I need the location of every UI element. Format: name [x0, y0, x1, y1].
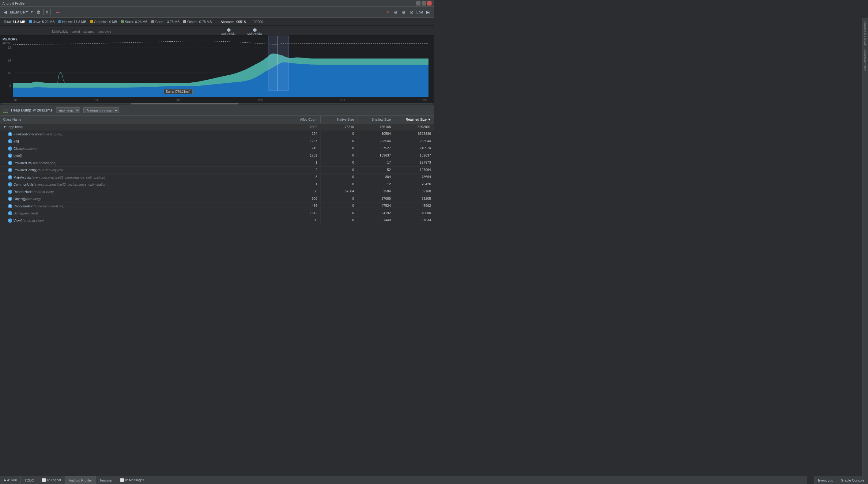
class-icon: C: [8, 132, 12, 136]
table-row[interactable]: C Class (java.lang) 245 0 37527 210974: [0, 145, 434, 152]
td-class-name: C ProviderList (sun.security.jca): [0, 159, 290, 167]
td-retained-size: 37634: [394, 217, 434, 224]
table-row[interactable]: C Object[] (java.lang) 600 0 27080 53205: [0, 195, 434, 203]
time-0s: 0s: [14, 98, 18, 102]
heap-title: Heap Dump @ 20s21ms: [11, 108, 53, 113]
td-class-name: C byte[]: [0, 152, 290, 159]
chart-svg: [13, 35, 429, 97]
title-bar-text: Android Profiler: [2, 2, 26, 5]
red-arrow-indicator: ←: [55, 8, 61, 16]
class-name-text: CommonUtils: [13, 183, 34, 186]
class-icon: C: [8, 196, 12, 201]
delete-button[interactable]: 🗑: [35, 9, 42, 15]
td-retained-size: 127973: [394, 159, 434, 167]
live-btn[interactable]: ▶|: [425, 9, 432, 15]
table-row[interactable]: C int[] 1237 0 233544 233544: [0, 138, 434, 145]
memory-dropdown-arrow[interactable]: ▼: [30, 10, 33, 14]
td-native-size: 0: [321, 130, 358, 138]
maximize-btn[interactable]: [422, 1, 426, 5]
td-retained-size: 76426: [394, 181, 434, 188]
timeline-bar: 0s 5s 10s 15s 20s 25s: [13, 97, 429, 103]
td-class-name: C Class (java.lang): [0, 145, 290, 152]
heap-icon: H: [3, 108, 8, 113]
td-shallow-size: 37527: [358, 145, 394, 152]
class-icon: C: [8, 190, 12, 194]
td-shallow-size: 47524: [358, 203, 394, 210]
table-row[interactable]: C ProviderList (sun.security.jca) 1 0 17…: [0, 159, 434, 167]
td-shallow-size: 17: [358, 159, 394, 167]
group-row-app-heap: ▼ app heap 12092 78310 785168 8292091: [0, 123, 434, 130]
table-row[interactable]: C FinalizerReference (java.lang.ref) 294…: [0, 130, 434, 138]
col-shallow-size[interactable]: Shallow Size: [358, 116, 394, 123]
td-native-size: 0: [321, 145, 358, 152]
td-alloc-count: 436: [290, 203, 321, 210]
memory-chart[interactable]: MEMORY 40 MB 32 24 16 8 0s 5s 10s 15s: [0, 35, 434, 103]
zoom-in-btn[interactable]: ⊕: [401, 9, 407, 15]
col-retained-size[interactable]: Retained Size ▼: [394, 116, 434, 123]
class-icon: C: [8, 146, 12, 151]
td-retained-size: 48902: [394, 203, 434, 210]
group-native: 78310: [321, 123, 358, 130]
td-native-size: 0: [321, 138, 358, 145]
td-alloc-count: 1237: [290, 138, 321, 145]
td-retained-size: 78664: [394, 174, 434, 181]
allocated-legend: - - Allocated: 90518: [217, 20, 246, 24]
td-retained-size: 233544: [394, 138, 434, 145]
class-name-text: String: [13, 211, 22, 215]
td-shallow-size: 12: [358, 181, 394, 188]
stack-color: [121, 20, 124, 23]
heap-select[interactable]: app heap: [56, 107, 80, 113]
title-bar: Android Profiler: [0, 0, 434, 7]
table-body: ▼ app heap 12092 78310 785168 8292091 C …: [0, 123, 434, 224]
arrange-select[interactable]: Arrange by class: [83, 107, 119, 113]
activity-marker-2: MainActivity: [247, 29, 262, 35]
marker-label-1: MainActivi...: [221, 32, 237, 35]
zoom-out-btn[interactable]: ⊖: [393, 9, 399, 15]
y-label-8: 8: [1, 84, 11, 88]
td-native-size: 0: [321, 174, 358, 181]
td-alloc-count: 3: [290, 174, 321, 181]
td-class-name: C Configuration (android.content.res): [0, 203, 290, 210]
td-shallow-size: 10584: [358, 130, 394, 138]
table-row[interactable]: C String (java.lang) 1512 0 24192 40680: [0, 210, 434, 217]
td-native-size: 0: [321, 159, 358, 167]
td-class-name: C Object[] (java.lang): [0, 195, 290, 203]
minimize-btn[interactable]: [416, 1, 421, 5]
col-alloc-count[interactable]: Alloc Count: [290, 116, 321, 123]
td-class-name: C FinalizerReference (java.lang.ref): [0, 130, 290, 138]
close-btn[interactable]: [427, 1, 432, 5]
close-profiler-btn[interactable]: ✕: [384, 8, 391, 16]
time-25s: 25s: [422, 98, 427, 102]
td-class-name: C int[]: [0, 138, 290, 145]
time-20s: 20s: [340, 98, 345, 102]
class-name-text: MainActivity: [13, 176, 32, 179]
class-icon: C: [8, 161, 12, 165]
table-row[interactable]: C MainActivity (sven.com.practise32_perf…: [0, 174, 434, 181]
svg-rect-5: [277, 35, 278, 91]
table-row[interactable]: C CommonUtils (sven.com.practise32_perfo…: [0, 181, 434, 188]
back-button[interactable]: ◀: [2, 9, 8, 15]
class-name-text: Class: [13, 147, 22, 150]
table-row[interactable]: C Configuration (android.content.res) 43…: [0, 203, 434, 210]
td-retained-size: 69168: [394, 188, 434, 195]
table-row[interactable]: C byte[] 1731 0 139637 139637: [0, 152, 434, 160]
table-row[interactable]: C RenderNode (android.view) 66 67584 158…: [0, 188, 434, 195]
td-alloc-count: 66: [290, 188, 321, 195]
td-shallow-size: 1584: [358, 188, 394, 195]
dump-tooltip: Dump (769.21ms): [164, 89, 193, 94]
group-alloc: 12092: [290, 123, 321, 130]
table-row[interactable]: C ProviderConfig[] (sun.security.jca) 2 …: [0, 167, 434, 174]
col-native-size[interactable]: Native Size: [321, 116, 358, 123]
legend-bar: Total: 31.8 MB Java: 5.22 MB Native: 11.…: [0, 18, 434, 26]
export-button[interactable]: ⬆: [43, 9, 51, 15]
table-header: Class Name Alloc Count Native Size Shall…: [0, 116, 434, 123]
col-class-name[interactable]: Class Name: [0, 116, 290, 123]
graphics-color: [90, 20, 93, 23]
table-row[interactable]: C View[] (android.view) 30 0 1440 37634: [0, 217, 434, 224]
time-5s: 5s: [95, 98, 98, 102]
td-retained-size: 210974: [394, 145, 434, 152]
td-native-size: 0: [321, 167, 358, 174]
td-alloc-count: 294: [290, 130, 321, 138]
class-name-text: View[]: [13, 219, 23, 222]
reset-zoom-btn[interactable]: ⊙: [409, 9, 415, 15]
